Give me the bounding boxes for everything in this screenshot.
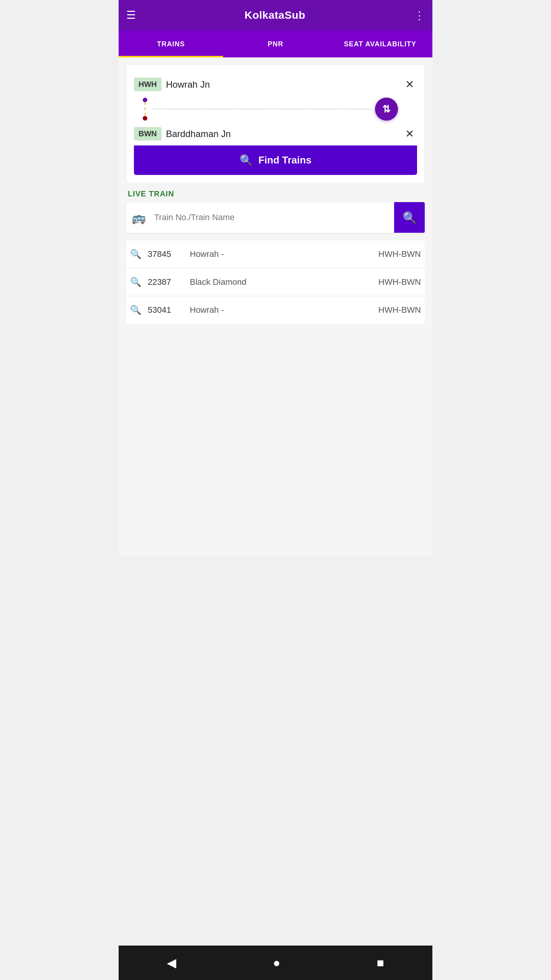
swap-button[interactable]: ⇅ — [375, 98, 398, 121]
app-title: KolkataSub — [245, 9, 305, 21]
from-station-row: HWH Howrah Jn — [134, 73, 417, 96]
train-list-item[interactable]: 🔍 22387 Black Diamond HWH-BWN — [126, 268, 425, 296]
main-content: HWH Howrah Jn ⇅ BWN Barddhaman Jn — [119, 57, 432, 555]
from-station-name: Howrah Jn — [166, 79, 402, 90]
search-card: HWH Howrah Jn ⇅ BWN Barddhaman Jn — [126, 65, 425, 183]
train-route-2: HWH-BWN — [378, 305, 421, 315]
to-clear-button[interactable] — [402, 126, 417, 142]
more-options-icon[interactable] — [414, 9, 425, 22]
train-name-2: Howrah - — [190, 305, 378, 315]
route-dashed-line — [145, 102, 145, 116]
train-item-search-icon-2: 🔍 — [130, 305, 142, 315]
live-train-input[interactable] — [151, 206, 394, 229]
to-station-row: BWN Barddhaman Jn — [134, 122, 417, 145]
find-trains-button[interactable]: 🔍 Find Trains — [134, 145, 417, 175]
train-list: 🔍 37845 Howrah - HWH-BWN 🔍 22387 Black D… — [126, 240, 425, 324]
train-item-search-icon-1: 🔍 — [130, 277, 142, 287]
tab-pnr[interactable]: PNR — [223, 31, 328, 57]
live-train-search-button[interactable]: 🔍 — [394, 202, 425, 233]
train-list-item[interactable]: 🔍 53041 Howrah - HWH-BWN — [126, 296, 425, 324]
tab-bar: TRAINS PNR SEAT AVAILABILITY — [119, 31, 432, 57]
from-station-code: HWH — [134, 78, 161, 91]
train-icon: 🚌 — [126, 204, 151, 231]
from-clear-button[interactable] — [402, 77, 417, 92]
from-dot — [143, 98, 147, 102]
live-train-section: LIVE TRAIN 🚌 🔍 — [126, 183, 425, 233]
train-route-1: HWH-BWN — [378, 277, 421, 287]
train-name-1: Black Diamond — [190, 277, 378, 287]
live-train-search-icon: 🔍 — [403, 211, 417, 224]
train-number-0: 37845 — [148, 249, 190, 259]
divider-line — [153, 109, 371, 109]
route-section: ⇅ — [134, 98, 417, 121]
train-item-search-icon-0: 🔍 — [130, 249, 142, 260]
swap-icon: ⇅ — [382, 103, 391, 115]
train-route-0: HWH-BWN — [378, 249, 421, 259]
menu-icon[interactable] — [126, 10, 136, 21]
train-number-1: 22387 — [148, 277, 190, 287]
train-number-2: 53041 — [148, 305, 190, 315]
tab-seat-availability[interactable]: SEAT AVAILABILITY — [328, 31, 432, 57]
route-line-col — [142, 98, 148, 121]
tab-trains[interactable]: TRAINS — [119, 31, 223, 57]
find-trains-search-icon: 🔍 — [240, 154, 253, 167]
to-dot — [143, 116, 147, 121]
live-train-search-row: 🚌 🔍 — [126, 202, 425, 233]
train-name-0: Howrah - — [190, 249, 378, 259]
to-station-name: Barddhaman Jn — [166, 129, 402, 139]
app-bar: KolkataSub — [119, 0, 432, 31]
to-station-code: BWN — [134, 127, 161, 140]
live-train-label: LIVE TRAIN — [126, 189, 425, 198]
train-list-item[interactable]: 🔍 37845 Howrah - HWH-BWN — [126, 240, 425, 268]
find-trains-label: Find Trains — [258, 154, 311, 166]
